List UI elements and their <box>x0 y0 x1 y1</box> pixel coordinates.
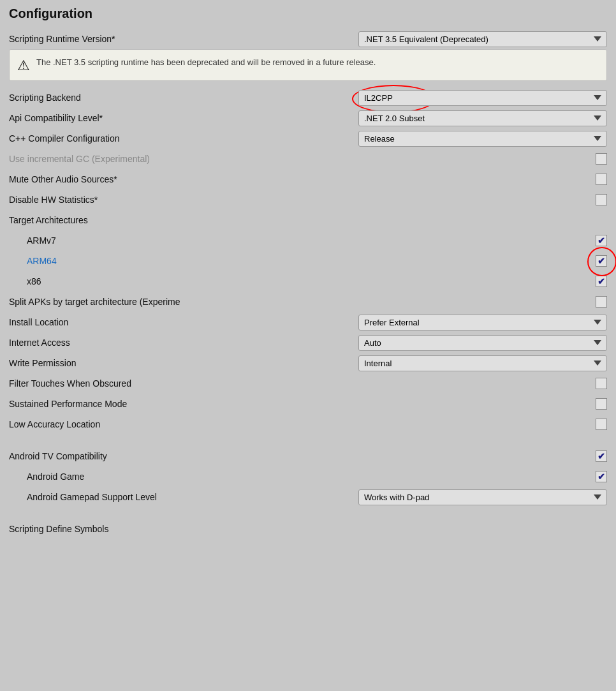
scripting-backend-row: Scripting Backend IL2CPP Mono <box>9 87 607 108</box>
low-accuracy-row: Low Accuracy Location <box>9 414 607 435</box>
android-game-row: Android Game ✔ <box>9 466 607 487</box>
write-permission-control[interactable]: Internal External (SDCard) <box>358 355 607 371</box>
android-gamepad-select[interactable]: Works with D-pad Requires Gamepad <box>358 489 607 505</box>
target-architectures-header: Target Architectures <box>9 210 607 230</box>
android-game-control[interactable]: ✔ <box>596 471 607 482</box>
android-tv-label: Android TV Compatibility <box>9 451 107 461</box>
sustained-perf-row: Sustained Performance Mode <box>9 394 607 414</box>
use-incremental-gc-control[interactable] <box>596 153 607 165</box>
write-permission-row: Write Permission Internal External (SDCa… <box>9 353 607 373</box>
x86-label: x86 <box>9 276 41 286</box>
scripting-backend-control[interactable]: IL2CPP Mono <box>358 90 607 106</box>
x86-control[interactable]: ✔ <box>596 276 607 287</box>
android-gamepad-control[interactable]: Works with D-pad Requires Gamepad <box>358 489 607 505</box>
api-compatibility-row: Api Compatibility Level* .NET 2.0 Subset… <box>9 108 607 128</box>
android-game-checkbox[interactable]: ✔ <box>596 471 607 482</box>
sustained-perf-checkbox[interactable] <box>596 398 607 410</box>
android-tv-checkbox[interactable]: ✔ <box>596 450 607 462</box>
x86-row: x86 ✔ <box>9 271 607 292</box>
cpp-compiler-label: C++ Compiler Configuration <box>9 133 120 144</box>
x86-checkbox[interactable]: ✔ <box>596 276 607 287</box>
section-gap-2 <box>9 507 607 519</box>
internet-access-control[interactable]: Auto Require None <box>358 335 607 351</box>
android-game-label: Android Game <box>9 472 84 482</box>
android-tv-row: Android TV Compatibility ✔ <box>9 446 607 466</box>
arm64-label: ARM64 <box>9 256 57 266</box>
low-accuracy-label: Low Accuracy Location <box>9 419 100 429</box>
api-compatibility-label: Api Compatibility Level* <box>9 113 103 123</box>
cpp-compiler-control[interactable]: Release Debug <box>358 131 607 147</box>
android-tv-control[interactable]: ✔ <box>596 450 607 462</box>
mute-audio-checkbox[interactable] <box>596 174 607 185</box>
disable-hw-row: Disable HW Statistics* <box>9 189 607 210</box>
mute-audio-row: Mute Other Audio Sources* <box>9 169 607 189</box>
filter-touches-checkbox[interactable] <box>596 378 607 389</box>
scripting-runtime-version-label: Scripting Runtime Version* <box>9 34 115 44</box>
cpp-compiler-row: C++ Compiler Configuration Release Debug <box>9 128 607 149</box>
write-permission-select[interactable]: Internal External (SDCard) <box>358 355 607 371</box>
armv7-checkbox[interactable]: ✔ <box>596 235 607 246</box>
filter-touches-row: Filter Touches When Obscured <box>9 373 607 394</box>
sustained-perf-control[interactable] <box>596 398 607 410</box>
install-location-label: Install Location <box>9 317 68 327</box>
android-gamepad-label: Android Gamepad Support Level <box>9 492 157 502</box>
split-apks-row: Split APKs by target architecture (Exper… <box>9 292 607 312</box>
scripting-backend-select[interactable]: IL2CPP Mono <box>358 90 607 106</box>
internet-access-select[interactable]: Auto Require None <box>358 335 607 351</box>
android-game-checkmark: ✔ <box>598 472 605 481</box>
arm64-checkmark: ✔ <box>598 256 605 265</box>
scripting-runtime-version-control[interactable]: .NET 3.5 Equivalent (Deprecated) .NET 4.… <box>358 31 607 47</box>
x86-checkmark: ✔ <box>598 277 605 286</box>
use-incremental-gc-row: Use incremental GC (Experimental) <box>9 149 607 169</box>
mute-audio-label: Mute Other Audio Sources* <box>9 174 117 184</box>
disable-hw-checkbox[interactable] <box>596 194 607 205</box>
scripting-runtime-version-select[interactable]: .NET 3.5 Equivalent (Deprecated) .NET 4.… <box>358 31 607 47</box>
warning-text: The .NET 3.5 scripting runtime has been … <box>36 56 376 69</box>
split-apks-label: Split APKs by target architecture (Exper… <box>9 297 180 307</box>
internet-access-label: Internet Access <box>9 338 70 348</box>
sustained-perf-label: Sustained Performance Mode <box>9 399 127 409</box>
filter-touches-label: Filter Touches When Obscured <box>9 378 131 389</box>
scripting-runtime-version-row: Scripting Runtime Version* .NET 3.5 Equi… <box>9 29 607 49</box>
page-title: Configuration <box>9 6 607 21</box>
armv7-checkmark: ✔ <box>598 236 605 245</box>
install-location-control[interactable]: Prefer External Auto Force Internal <box>358 315 607 331</box>
write-permission-label: Write Permission <box>9 358 77 368</box>
armv7-control[interactable]: ✔ <box>596 235 607 246</box>
disable-hw-label: Disable HW Statistics* <box>9 195 98 205</box>
android-gamepad-row: Android Gamepad Support Level Works with… <box>9 487 607 507</box>
arm64-control[interactable]: ✔ <box>596 255 607 267</box>
filter-touches-control[interactable] <box>596 378 607 389</box>
mute-audio-control[interactable] <box>596 174 607 185</box>
cpp-compiler-select[interactable]: Release Debug <box>358 131 607 147</box>
low-accuracy-control[interactable] <box>596 419 607 430</box>
warning-icon: ⚠ <box>17 57 30 74</box>
use-incremental-gc-label: Use incremental GC (Experimental) <box>9 154 150 164</box>
split-apks-control[interactable] <box>596 296 607 308</box>
section-gap-1 <box>9 435 607 446</box>
configuration-panel: Configuration Scripting Runtime Version*… <box>0 0 616 552</box>
api-compatibility-select[interactable]: .NET 2.0 Subset .NET 2.0 .NET 4.x <box>358 110 607 126</box>
internet-access-row: Internet Access Auto Require None <box>9 332 607 353</box>
low-accuracy-checkbox[interactable] <box>596 419 607 430</box>
use-incremental-gc-checkbox[interactable] <box>596 153 607 165</box>
armv7-row: ARMv7 ✔ <box>9 230 607 251</box>
arm64-checkbox[interactable]: ✔ <box>596 255 607 267</box>
scripting-backend-label: Scripting Backend <box>9 93 81 103</box>
deprecation-warning: ⚠ The .NET 3.5 scripting runtime has bee… <box>9 49 607 81</box>
target-architectures-label: Target Architectures <box>9 215 88 225</box>
armv7-label: ARMv7 <box>9 235 56 246</box>
scripting-define-label: Scripting Define Symbols <box>9 524 108 534</box>
api-compatibility-control[interactable]: .NET 2.0 Subset .NET 2.0 .NET 4.x <box>358 110 607 126</box>
scripting-define-row: Scripting Define Symbols <box>9 519 607 539</box>
split-apks-checkbox[interactable] <box>596 296 607 308</box>
install-location-row: Install Location Prefer External Auto Fo… <box>9 312 607 332</box>
install-location-select[interactable]: Prefer External Auto Force Internal <box>358 315 607 331</box>
arm64-row: ARM64 ✔ <box>9 251 607 271</box>
android-tv-checkmark: ✔ <box>598 452 605 461</box>
disable-hw-control[interactable] <box>596 194 607 205</box>
